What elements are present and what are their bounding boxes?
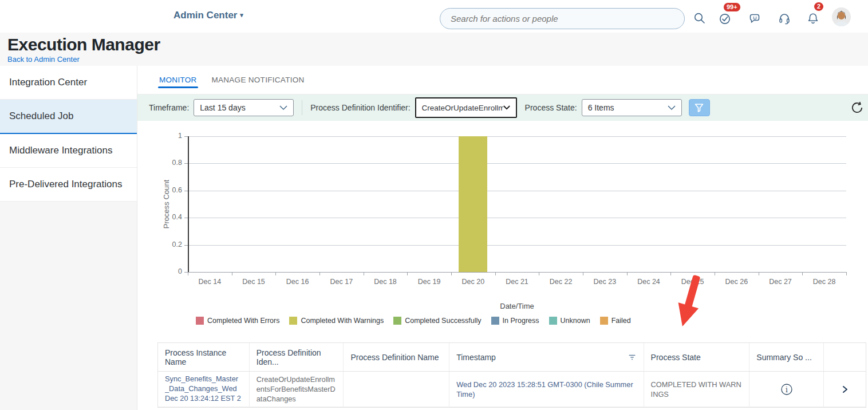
back-to-admin-center-link[interactable]: Back to Admin Center	[7, 55, 80, 64]
legend-item-completed-with-warnings: Completed With Warnings	[289, 317, 384, 325]
bell-icon[interactable]	[807, 12, 819, 25]
x-tick	[319, 272, 320, 275]
top-bar: Admin Center ▾ 99+ 2	[0, 0, 868, 33]
column-header-process-instance-name[interactable]: Process Instance Name	[158, 343, 250, 371]
x-tick	[495, 272, 496, 275]
page-title: Execution Manager	[7, 35, 160, 54]
cell-summary: i	[749, 372, 824, 407]
table-body: Sync_Benefits_Master_Data_Changes_Wed De…	[158, 372, 866, 407]
x-tick	[188, 272, 188, 275]
legend-swatch	[549, 317, 557, 325]
legend-swatch	[600, 317, 608, 325]
x-tick	[670, 272, 671, 275]
filter-button[interactable]	[689, 99, 710, 116]
column-header-label: Timestamp	[456, 353, 496, 362]
chevron-down-icon: ▾	[240, 11, 243, 18]
timeframe-label: Timeframe:	[149, 103, 189, 112]
column-header-label: Process Definition Name	[350, 353, 439, 362]
refresh-icon[interactable]	[850, 100, 865, 115]
column-header-process-definition-name[interactable]: Process Definition Name	[344, 343, 449, 371]
x-tick-label: Dec 21	[497, 278, 537, 286]
tab-strip: MONITORMANAGE NOTIFICATION	[137, 66, 868, 94]
admin-center-menu[interactable]: Admin Center ▾	[173, 10, 243, 21]
x-tick-label: Dec 28	[804, 278, 845, 286]
chevron-right-icon[interactable]	[840, 384, 850, 395]
process-state-select[interactable]: 6 Items	[582, 99, 682, 116]
gridline	[188, 163, 846, 164]
column-header-process-definition-iden-[interactable]: Process Definition Iden...	[250, 343, 344, 371]
process-count-chart: 00.20.40.60.81Dec 14Dec 15Dec 16Dec 17De…	[137, 121, 868, 333]
x-tick-label: Dec 17	[321, 278, 361, 286]
legend-label: Unknown	[561, 317, 590, 325]
tab-manage-notification[interactable]: MANAGE NOTIFICATION	[211, 76, 304, 84]
sidebar-item-pre-delivered-integrations[interactable]: Pre-Delivered Integrations	[0, 168, 137, 202]
process-table: Process Instance NameProcess Definition …	[157, 342, 866, 408]
tab-monitor[interactable]: MONITOR	[159, 76, 197, 84]
divider	[302, 100, 302, 115]
gridline	[188, 191, 846, 191]
x-tick	[539, 272, 539, 275]
headset-icon[interactable]	[778, 12, 791, 25]
legend-swatch	[289, 317, 297, 325]
x-tick	[627, 272, 628, 275]
cell-process-instance-name: Sync_Benefits_Master_Data_Changes_Wed De…	[158, 372, 250, 407]
process-definition-identifier-label: Process Definition Identifier:	[310, 103, 410, 112]
legend-label: Completed With Errors	[207, 317, 279, 325]
sidebar-item-scheduled-job[interactable]: Scheduled Job	[0, 100, 137, 134]
column-filter-icon[interactable]	[628, 353, 637, 362]
x-tick-label: Dec 27	[760, 278, 800, 286]
column-header-process-state[interactable]: Process State	[644, 343, 750, 371]
avatar[interactable]	[832, 7, 851, 26]
cell-process-state: COMPLETED WITH WARNINGS	[644, 372, 750, 407]
cell-timestamp: Wed Dec 20 2023 15:28:51 GMT-0300 (Chile…	[449, 372, 644, 407]
cell-text: Sync_Benefits_Master_Data_Changes_Wed De…	[165, 374, 242, 405]
y-tick-label: 0.8	[163, 159, 182, 167]
chevron-down-icon	[279, 105, 287, 111]
column-header-timestamp[interactable]: Timestamp	[449, 343, 644, 371]
column-header-summary-so-[interactable]: Summary So ...	[749, 343, 824, 371]
x-tick-label: Dec 25	[673, 278, 713, 286]
funnel-icon	[694, 102, 704, 113]
column-header-label: Process State	[651, 353, 701, 362]
legend-label: In Progress	[503, 317, 539, 325]
sidebar-item-middleware-integrations[interactable]: Middleware Integrations	[0, 134, 137, 168]
legend-item-failed: Failed	[600, 317, 631, 325]
page-header: Execution Manager Back to Admin Center	[0, 33, 868, 66]
legend-label: Completed Successfully	[405, 317, 481, 325]
x-tick	[364, 272, 364, 275]
timeframe-select[interactable]: Last 15 days	[194, 99, 294, 116]
column-header-detail[interactable]	[824, 343, 866, 371]
x-tick-label: Dec 24	[629, 278, 669, 286]
info-icon[interactable]: i	[780, 383, 794, 396]
y-tick-label: 0	[163, 267, 182, 275]
cell-process-definition-name	[344, 372, 449, 407]
x-tick	[846, 272, 847, 275]
table-row[interactable]: Sync_Benefits_Master_Data_Changes_Wed De…	[158, 372, 866, 407]
cell-detail	[824, 372, 866, 407]
search-input[interactable]	[440, 8, 685, 29]
x-tick-label: Dec 26	[716, 278, 756, 286]
todo-check-icon[interactable]	[719, 12, 731, 25]
x-tick-label: Dec 19	[409, 278, 449, 286]
chevron-down-icon	[503, 105, 510, 110]
timeframe-value: Last 15 days	[200, 103, 245, 112]
column-header-label: Process Definition Iden...	[257, 348, 337, 366]
x-tick-label: Dec 16	[278, 278, 318, 286]
chart-legend: Completed With ErrorsCompleted With Warn…	[196, 317, 631, 325]
process-state-label: Process State:	[525, 103, 577, 112]
legend-item-completed-successfully: Completed Successfully	[393, 317, 481, 325]
notification-badge: 2	[814, 2, 824, 11]
main-content: MONITORMANAGE NOTIFICATION Timeframe: La…	[137, 66, 868, 410]
chat-icon[interactable]	[748, 12, 761, 25]
active-tab-underline	[158, 86, 198, 88]
search-icon[interactable]	[693, 12, 706, 25]
x-tick	[759, 272, 759, 275]
y-tick-label: 0.2	[163, 241, 182, 249]
chart-xlabel: Date/Time	[483, 302, 551, 310]
process-definition-identifier-select[interactable]: CreateOrUpdateEnrollmentsForBenefitsMast…	[415, 97, 517, 118]
x-tick	[407, 272, 408, 275]
y-tick-label: 1	[163, 132, 182, 140]
sidebar-item-integration-center[interactable]: Integration Center	[0, 66, 137, 100]
legend-swatch	[196, 317, 204, 325]
bar-dec-20[interactable]	[459, 136, 487, 272]
